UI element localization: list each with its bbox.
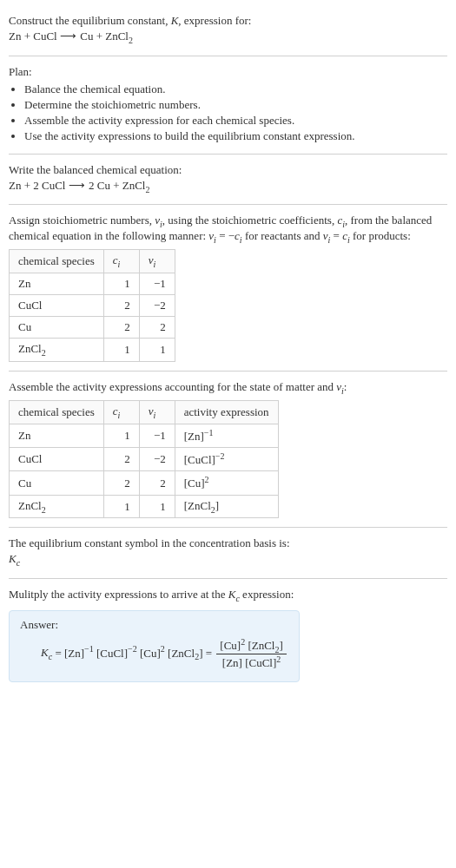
section-result: Mulitply the activity expressions to arr…	[9, 579, 447, 691]
answer-box: Answer: Kc = [Zn]−1 [CuCl]−2 [Cu]2 [ZnCl…	[9, 610, 300, 682]
cell-ci: 1	[103, 424, 139, 447]
section-stoich: Assign stoichiometric numbers, νi, using…	[9, 205, 447, 371]
cell-ci: 1	[103, 338, 139, 361]
fraction: [Cu]2 [ZnCl2] [Zn] [CuCl]2	[216, 637, 287, 671]
activity-heading: Assemble the activity expressions accoun…	[9, 380, 447, 396]
section-symbol: The equilibrium constant symbol in the c…	[9, 528, 447, 579]
cell-vi: 2	[139, 471, 175, 495]
plan-heading: Plan:	[9, 65, 447, 79]
cell-species: CuCl	[10, 448, 104, 471]
cell-ci: 1	[103, 495, 139, 518]
cell-activity: [Cu]2	[175, 471, 278, 495]
cell-vi: 1	[139, 338, 175, 361]
section-balanced: Write the balanced chemical equation: Zn…	[9, 155, 447, 206]
cell-ci: 2	[103, 448, 139, 471]
cell-species: Cu	[10, 471, 104, 495]
cell-activity: [CuCl]−2	[175, 448, 278, 471]
cell-species: ZnCl2	[10, 338, 104, 361]
cell-ci: 1	[103, 273, 139, 294]
table-row: Cu 2 2	[10, 316, 175, 338]
col-species: chemical species	[10, 250, 104, 273]
cell-vi: 2	[139, 316, 175, 338]
result-heading: Mulitply the activity expressions to arr…	[9, 588, 447, 603]
section-plan: Plan: Balance the chemical equation. Det…	[9, 56, 447, 155]
table-row: ZnCl2 1 1	[10, 338, 175, 361]
cell-species: Cu	[10, 316, 104, 338]
list-item: Assemble the activity expression for eac…	[24, 114, 447, 128]
list-item: Balance the chemical equation.	[24, 82, 447, 96]
section-intro: Construct the equilibrium constant, K, e…	[9, 5, 447, 56]
balanced-heading: Write the balanced chemical equation:	[9, 163, 447, 177]
arrow-icon: ⟶	[69, 179, 86, 192]
cell-species: CuCl	[10, 294, 104, 316]
table-row: chemical species ci νi activity expressi…	[10, 401, 279, 424]
stoich-table: chemical species ci νi Zn 1 −1 CuCl 2 −2…	[9, 249, 175, 361]
list-item: Use the activity expressions to build th…	[24, 129, 447, 143]
col-ci: ci	[103, 250, 139, 273]
prompt-text-2: , expression for:	[178, 14, 251, 27]
cell-vi: −2	[139, 294, 175, 316]
stoich-heading: Assign stoichiometric numbers, νi, using…	[9, 214, 447, 244]
list-item: Determine the stoichiometric numbers.	[24, 98, 447, 112]
cell-vi: 1	[139, 495, 175, 518]
cell-vi: −1	[139, 424, 175, 447]
cell-species: Zn	[10, 424, 104, 447]
answer-expression: Kc = [Zn]−1 [CuCl]−2 [Cu]2 [ZnCl2] = [Cu…	[20, 637, 288, 671]
cell-species: ZnCl2	[10, 495, 104, 518]
cell-ci: 2	[103, 316, 139, 338]
cell-vi: −2	[139, 448, 175, 471]
col-vi: νi	[139, 250, 175, 273]
symbol-value: Kc	[9, 552, 447, 568]
cell-ci: 2	[103, 471, 139, 495]
table-row: Zn 1 −1	[10, 273, 175, 294]
fraction-denominator: [Zn] [CuCl]2	[216, 654, 287, 670]
prompt-line: Construct the equilibrium constant, K, e…	[9, 14, 447, 28]
prompt-text-1: Construct the equilibrium constant,	[9, 14, 171, 27]
cell-activity: [Zn]−1	[175, 424, 278, 447]
col-species: chemical species	[10, 401, 104, 424]
symbol-heading: The equilibrium constant symbol in the c…	[9, 536, 447, 550]
plan-list: Balance the chemical equation. Determine…	[9, 82, 447, 143]
arrow-icon: ⟶	[60, 30, 77, 43]
table-row: Zn 1 −1 [Zn]−1	[10, 424, 279, 447]
cell-activity: [ZnCl2]	[175, 495, 278, 518]
table-row: Cu 2 2 [Cu]2	[10, 471, 279, 495]
col-ci: ci	[103, 401, 139, 424]
col-activity: activity expression	[175, 401, 278, 424]
table-row: ZnCl2 1 1 [ZnCl2]	[10, 495, 279, 518]
answer-label: Answer:	[20, 618, 288, 632]
table-row: CuCl 2 −2 [CuCl]−2	[10, 448, 279, 471]
cell-species: Zn	[10, 273, 104, 294]
col-vi: νi	[139, 401, 175, 424]
table-row: CuCl 2 −2	[10, 294, 175, 316]
cell-vi: −1	[139, 273, 175, 294]
unbalanced-equation: Zn + CuCl ⟶ Cu + ZnCl2	[9, 30, 447, 45]
table-row: chemical species ci νi	[10, 250, 175, 273]
balanced-equation: Zn + 2 CuCl ⟶ 2 Cu + ZnCl2	[9, 179, 447, 194]
activity-table: chemical species ci νi activity expressi…	[9, 400, 279, 518]
cell-ci: 2	[103, 294, 139, 316]
section-activity: Assemble the activity expressions accoun…	[9, 372, 447, 529]
fraction-numerator: [Cu]2 [ZnCl2]	[216, 637, 287, 654]
